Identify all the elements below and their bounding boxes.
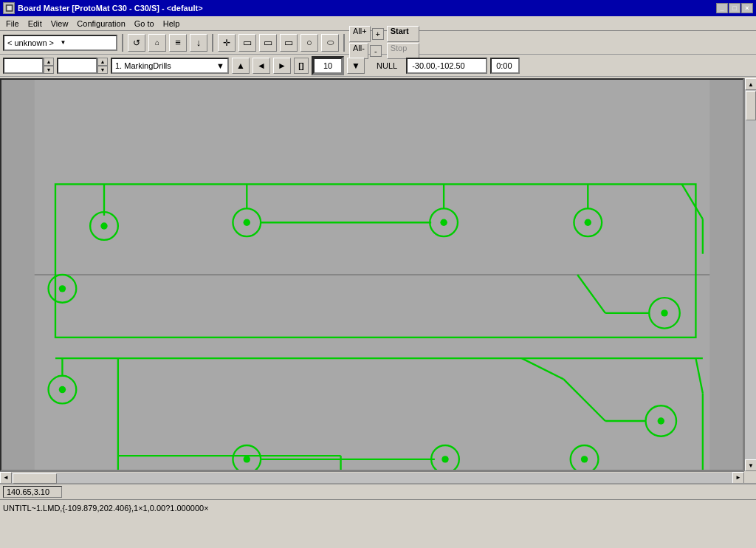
dropdown-value: < unknown > bbox=[7, 38, 61, 47]
scroll-down-button[interactable]: ▼ bbox=[745, 459, 756, 471]
nav-left-button[interactable]: ◄ bbox=[252, 58, 270, 74]
scroll-track-vertical[interactable] bbox=[745, 90, 756, 459]
home-button[interactable]: ⌂ bbox=[148, 34, 166, 52]
status-bar-2: UNTITL~1.LMD,{-109.879,202.406},1×1,0.00… bbox=[0, 499, 756, 516]
circle-button[interactable]: ○ bbox=[300, 34, 318, 52]
lines-button[interactable]: ≡ bbox=[169, 34, 187, 52]
coords-value: -30.00,-102.50 bbox=[412, 61, 465, 70]
menu-view[interactable]: View bbox=[47, 18, 73, 30]
plus-button[interactable]: + bbox=[372, 28, 384, 40]
svg-point-40 bbox=[441, 456, 448, 462]
null-label: NULL bbox=[371, 60, 403, 72]
dropdown-arrow-icon: ▼ bbox=[61, 39, 114, 46]
scroll-thumb-horizontal[interactable] bbox=[13, 473, 57, 484]
scroll-left-button[interactable]: ◄ bbox=[0, 472, 12, 484]
coordinates-display: -30.00,-102.50 bbox=[406, 58, 487, 74]
bracket-button[interactable]: [] bbox=[294, 58, 309, 74]
minus-button[interactable]: - bbox=[370, 45, 382, 57]
toolbar1: < unknown > ▼ ↺ ⌂ ≡ ↓ ✛ ▭ ▭ ▭ ○ ⬭ All+ +… bbox=[0, 31, 756, 55]
svg-point-36 bbox=[244, 456, 250, 462]
separator3 bbox=[343, 34, 345, 52]
title-bar: 🔲 Board Master [ProtoMat C30 - C30/S] - … bbox=[0, 0, 756, 16]
separator2 bbox=[212, 34, 213, 52]
pcb-canvas-container[interactable] bbox=[0, 78, 744, 471]
unknown-dropdown[interactable]: < unknown > ▼ bbox=[3, 35, 117, 51]
app-icon: 🔲 bbox=[3, 2, 15, 14]
all-controls: All+ + All- - bbox=[349, 26, 384, 59]
num-input-2[interactable] bbox=[57, 58, 97, 74]
rect2-button[interactable]: ▭ bbox=[259, 34, 277, 52]
close-button[interactable]: × bbox=[741, 3, 753, 13]
maximize-button[interactable]: □ bbox=[729, 3, 740, 13]
menu-file[interactable]: File bbox=[1, 18, 24, 30]
svg-point-14 bbox=[440, 219, 447, 226]
spin-box-2: ▲ ▼ bbox=[97, 58, 108, 74]
vertical-scrollbar[interactable]: ▲ ▼ bbox=[744, 78, 756, 471]
phase-value: 1. MarkingDrills bbox=[115, 61, 171, 70]
num-input-1[interactable] bbox=[3, 58, 44, 74]
input1-group: ▲ ▼ bbox=[3, 58, 54, 74]
phase-dropdown-arrow-icon: ▼ bbox=[216, 61, 224, 70]
menu-configuration[interactable]: Configuration bbox=[72, 18, 129, 30]
rect-button[interactable]: ▭ bbox=[238, 34, 256, 52]
scroll-right-button[interactable]: ► bbox=[732, 472, 744, 484]
start-stop-group: Start Stop bbox=[387, 26, 419, 59]
cross-button[interactable]: ✛ bbox=[218, 34, 236, 52]
phase-dropdown[interactable]: 1. MarkingDrills ▼ bbox=[111, 58, 229, 74]
svg-point-43 bbox=[581, 456, 588, 462]
menu-edit[interactable]: Edit bbox=[24, 18, 47, 30]
svg-point-26 bbox=[658, 417, 664, 424]
all-plus-row: All+ + bbox=[349, 26, 384, 42]
nav-up-button[interactable]: ▲ bbox=[232, 58, 250, 74]
spin-up-1[interactable]: ▲ bbox=[44, 58, 54, 66]
scroll-track-horizontal[interactable] bbox=[12, 473, 732, 483]
svg-point-7 bbox=[59, 285, 66, 292]
svg-point-17 bbox=[585, 219, 591, 226]
svg-point-10 bbox=[244, 219, 250, 226]
scroll-up-button[interactable]: ▲ bbox=[745, 78, 756, 90]
input2-group: ▲ ▼ bbox=[57, 58, 108, 74]
null-group: NULL bbox=[371, 60, 403, 72]
step-input[interactable]: 10 bbox=[313, 58, 343, 74]
down-button[interactable]: ↓ bbox=[190, 34, 207, 52]
main-wrapper: ▲ ▼ ◄ ► 140.65,3.10 UNTITL~1.LMD,{-109.8… bbox=[0, 77, 756, 516]
spin-down-1[interactable]: ▼ bbox=[44, 66, 54, 74]
status-text: UNTITL~1.LMD,{-109.879,202.406},1×1,0.00… bbox=[3, 504, 209, 513]
svg-point-5 bbox=[100, 222, 107, 229]
minimize-button[interactable]: _ bbox=[716, 3, 728, 13]
canvas-outer: ▲ ▼ bbox=[0, 78, 756, 471]
menu-goto[interactable]: Go to bbox=[130, 18, 159, 30]
time-value: 0:00 bbox=[496, 61, 512, 70]
horizontal-scrollbar[interactable]: ◄ ► bbox=[0, 471, 744, 483]
separator bbox=[122, 34, 123, 52]
window-title: Board Master [ProtoMat C30 - C30/S] - <d… bbox=[18, 4, 203, 13]
menu-help[interactable]: Help bbox=[159, 18, 185, 30]
title-bar-left: 🔲 Board Master [ProtoMat C30 - C30/S] - … bbox=[3, 2, 203, 14]
all-plus-button[interactable]: All+ bbox=[349, 26, 371, 42]
spin-down-2[interactable]: ▼ bbox=[97, 66, 108, 74]
time-display: 0:00 bbox=[490, 58, 520, 74]
refresh-button[interactable]: ↺ bbox=[128, 34, 145, 52]
rect3-button[interactable]: ▭ bbox=[280, 34, 298, 52]
svg-point-22 bbox=[661, 309, 667, 316]
nav-down-button[interactable]: ▼ bbox=[347, 58, 365, 74]
nav-right-button[interactable]: ► bbox=[273, 58, 291, 74]
pcb-diagram bbox=[1, 80, 743, 470]
spin-box-1: ▲ ▼ bbox=[44, 58, 54, 74]
svg-point-33 bbox=[59, 386, 66, 393]
oval-button[interactable]: ⬭ bbox=[321, 34, 339, 52]
status-coordinates: 140.65,3.10 bbox=[3, 486, 62, 498]
scroll-thumb-vertical[interactable] bbox=[746, 91, 756, 120]
status-bar-1: 140.65,3.10 bbox=[0, 483, 756, 499]
step-input-group: 10 bbox=[312, 56, 344, 75]
spin-up-2[interactable]: ▲ bbox=[97, 58, 108, 66]
start-button[interactable]: Start bbox=[387, 26, 419, 42]
title-bar-controls[interactable]: _ □ × bbox=[716, 3, 753, 13]
